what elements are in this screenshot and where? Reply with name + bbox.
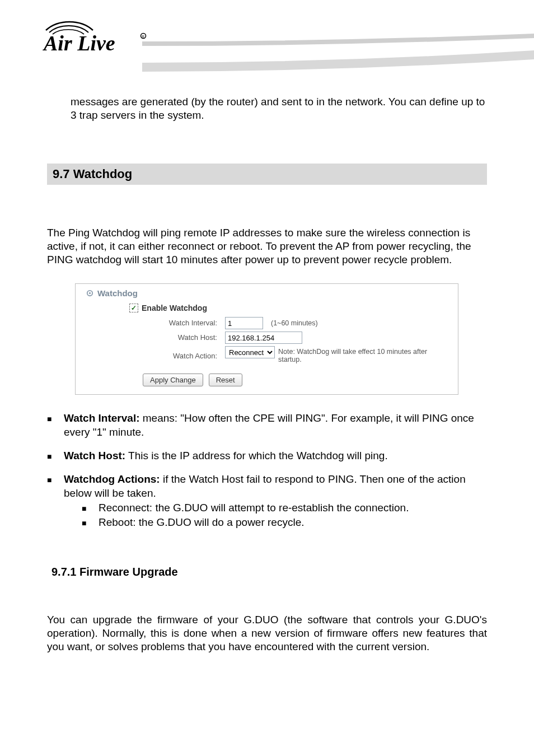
watchdog-panel: Watchdog ✓ Enable Watchdog Watch Interva… (75, 283, 458, 395)
square-bullet-icon: ■ (82, 516, 91, 529)
bullet-watch-host-text: This is the IP address for which the Wat… (125, 450, 388, 461)
airlive-logo: Air Live R (41, 17, 156, 59)
page-header: Air Live R (0, 0, 534, 84)
reset-button[interactable]: Reset (209, 374, 242, 386)
watch-interval-label: Watch Interval: (119, 317, 217, 327)
section-intro: The Ping Watchdog will ping remote IP ad… (47, 226, 487, 267)
svg-point-4 (89, 292, 91, 294)
watch-host-label: Watch Host: (119, 332, 217, 342)
bullet-list: ■ Watch Interval: means: "How often the … (47, 412, 487, 529)
gear-icon (86, 289, 94, 297)
watch-action-note: Note: WatchDog will take effect 10 minut… (278, 346, 446, 363)
header-swoosh (142, 34, 534, 84)
bullet-watchdog-actions-label: Watchdog Actions: (64, 473, 160, 485)
watch-interval-hint: (1~60 minutes) (271, 317, 318, 327)
square-bullet-icon: ■ (82, 501, 91, 515)
apply-change-button[interactable]: Apply Change (143, 374, 203, 386)
watch-interval-row: Watch Interval: (1~60 minutes) (119, 317, 452, 329)
sub-bullet-reboot-text: Reboot: the G.DUO will do a power recycl… (99, 516, 305, 529)
watch-action-row: Watch Action: Reconnect Note: WatchDog w… (119, 346, 452, 363)
bullet-watch-interval: ■ Watch Interval: means: "How often the … (47, 412, 487, 439)
subsection-title: 9.7.1 Firmware Upgrade (51, 566, 487, 578)
watch-action-select[interactable]: Reconnect (225, 346, 275, 358)
section-title: 9.7 Watchdog (47, 164, 487, 185)
sub-bullet-reconnect: ■ Reconnect: the G.DUO will attempt to r… (64, 501, 487, 515)
square-bullet-icon: ■ (47, 449, 56, 463)
watch-host-row: Watch Host: (119, 332, 452, 344)
panel-title: Watchdog (97, 288, 138, 298)
square-bullet-icon: ■ (47, 412, 56, 439)
sub-bullet-reboot: ■ Reboot: the G.DUO will do a power recy… (64, 516, 487, 529)
bullet-watch-host: ■ Watch Host: This is the IP address for… (47, 449, 487, 463)
panel-button-row: Apply Change Reset (143, 374, 452, 386)
page-content: messages are generated (by the router) a… (0, 95, 534, 654)
bullet-watch-interval-label: Watch Interval: (64, 412, 140, 424)
panel-title-row: Watchdog (86, 288, 452, 298)
square-bullet-icon: ■ (47, 473, 56, 529)
sub-bullet-reconnect-text: Reconnect: the G.DUO will attempt to re-… (99, 501, 409, 515)
enable-watchdog-row: ✓ Enable Watchdog (129, 304, 452, 312)
bullet-watch-host-label: Watch Host: (64, 450, 125, 461)
watch-interval-input[interactable] (225, 317, 263, 329)
enable-watchdog-label: Enable Watchdog (142, 304, 207, 312)
bullet-watchdog-actions: ■ Watchdog Actions: if the Watch Host fa… (47, 473, 487, 529)
enable-watchdog-checkbox[interactable]: ✓ (129, 304, 138, 312)
svg-text:Air Live: Air Live (43, 31, 115, 55)
firmware-paragraph: You can upgrade the firmware of your G.D… (47, 613, 487, 654)
intro-paragraph: messages are generated (by the router) a… (71, 95, 487, 122)
watch-action-label: Watch Action: (119, 346, 217, 360)
watch-host-input[interactable] (225, 332, 302, 344)
